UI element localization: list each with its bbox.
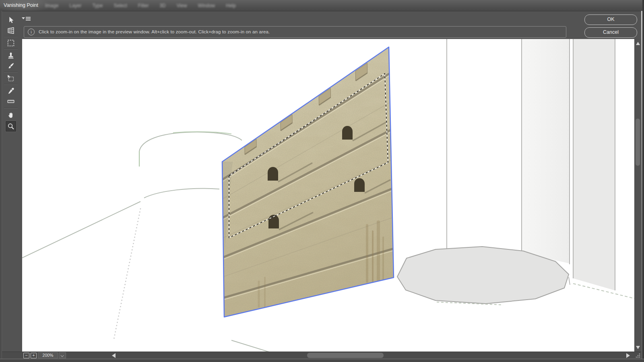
measure-tool-icon <box>6 97 15 106</box>
window-edge-bottom <box>0 359 644 362</box>
window-edge-left <box>0 11 2 359</box>
preview-canvas[interactable] <box>22 39 634 352</box>
tool-separator <box>4 36 18 37</box>
info-bar: i Click to zoom-in on the image in the p… <box>24 26 566 38</box>
measure-tool-button[interactable] <box>6 96 16 107</box>
edit-plane-tool-button[interactable] <box>6 15 16 25</box>
menu-item-view: View <box>177 3 187 8</box>
tool-separator <box>4 108 18 109</box>
menubar: ImageLayerTypeSelectFilter3DViewWindowHe… <box>45 0 236 11</box>
status-bar: − + 200% <box>0 352 644 359</box>
resize-grip-icon[interactable] <box>635 353 641 358</box>
tool-separator <box>4 72 18 72</box>
hand-tool-icon <box>6 111 15 119</box>
marquee-tool-icon <box>6 39 15 47</box>
zoom-level-field[interactable]: 200% <box>38 352 58 358</box>
edit-plane-tool-icon <box>6 16 15 25</box>
zoom-tool-button[interactable] <box>6 121 16 132</box>
vertical-scrollbar[interactable] <box>634 39 641 352</box>
flyout-menu-icon <box>22 16 31 22</box>
menu-item-help: Help <box>226 3 236 8</box>
vanishing-point-dialog: Vanishing Point ImageLayerTypeSelectFilt… <box>0 0 644 362</box>
zoom-level-dropdown[interactable] <box>59 352 66 358</box>
create-plane-tool-button[interactable] <box>6 25 16 36</box>
ok-button[interactable]: OK <box>584 14 637 25</box>
settings-flyout-button[interactable] <box>22 16 31 22</box>
eyedropper-tool-button[interactable] <box>6 86 16 96</box>
menu-item-filter: Filter <box>138 3 149 8</box>
tool-separator <box>4 49 18 49</box>
menu-item-select: Select <box>114 3 127 8</box>
brush-tool-icon <box>6 62 15 70</box>
eyedropper-tool-icon <box>6 86 15 95</box>
window-edge-right <box>642 0 644 362</box>
vertical-scrollbar-thumb[interactable] <box>636 119 640 166</box>
tool-separator <box>4 84 18 85</box>
transform-tool-icon <box>6 74 15 83</box>
chevron-down-icon <box>61 354 64 357</box>
brush-tool-button[interactable] <box>6 61 16 71</box>
info-text: Click to zoom-in on the image in the pre… <box>39 27 270 37</box>
scroll-left-icon[interactable] <box>112 353 116 358</box>
create-plane-tool-icon <box>6 26 15 35</box>
zoom-out-button[interactable]: − <box>23 353 29 358</box>
scroll-down-icon[interactable] <box>636 346 640 349</box>
window-title: Vanishing Point <box>4 0 44 11</box>
zoom-in-button[interactable]: + <box>31 353 37 358</box>
stamp-tool-button[interactable] <box>6 50 16 61</box>
zoom-tool-icon <box>6 122 15 131</box>
scroll-right-icon[interactable] <box>626 353 630 358</box>
info-icon: i <box>28 29 35 35</box>
hand-tool-button[interactable] <box>6 110 16 120</box>
marquee-tool-button[interactable] <box>6 38 16 48</box>
menu-item-window: Window <box>198 3 215 8</box>
preview-scene <box>22 39 634 352</box>
menu-item-3d: 3D <box>159 3 165 8</box>
title-bar[interactable]: Vanishing Point ImageLayerTypeSelectFilt… <box>0 0 644 11</box>
menu-item-type: Type <box>92 3 103 8</box>
horizontal-scrollbar-thumb[interactable] <box>307 353 384 358</box>
cancel-button[interactable]: Cancel <box>584 27 637 38</box>
tool-palette <box>0 11 22 352</box>
scroll-up-icon[interactable] <box>636 42 640 45</box>
stamp-tool-icon <box>6 51 15 60</box>
menu-item-layer: Layer <box>69 3 81 8</box>
transform-tool-button[interactable] <box>6 73 16 84</box>
